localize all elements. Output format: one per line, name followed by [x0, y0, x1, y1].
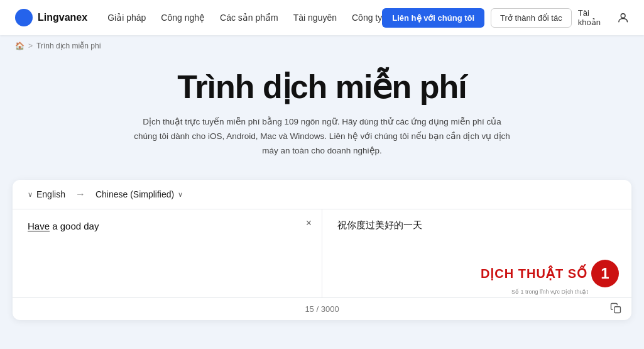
account-menu[interactable]: Tài khoản: [578, 8, 629, 27]
hero-subtitle: Dịch thuật trực tuyến miễn phí bằng 109 …: [134, 115, 511, 158]
breadcrumb-current: Trình dịch miễn phí: [36, 42, 101, 50]
nav-link-resources[interactable]: Tài nguyên: [293, 13, 337, 23]
char-count: 15 / 3000: [305, 304, 339, 314]
source-lang-label: English: [36, 189, 65, 199]
target-lang-selector[interactable]: Chinese (Simplified) ∨: [96, 189, 183, 199]
hero-section: Trình dịch miễn phí Dịch thuật trực tuyế…: [0, 57, 644, 170]
chevron-down-icon: ∨: [28, 191, 33, 199]
account-icon: [617, 11, 629, 24]
source-pane: Have a good day ×: [13, 209, 322, 297]
copy-icon: [610, 302, 621, 314]
translator-header: ∨ English → Chinese (Simplified) ∨: [13, 180, 631, 209]
svg-rect-1: [614, 307, 621, 313]
logo-text: Lingvanex: [38, 12, 87, 23]
source-text[interactable]: Have a good day: [28, 219, 307, 234]
navbar: Lingvanex Giải pháp Công nghệ Các sản ph…: [0, 0, 644, 35]
logo-circle: [15, 9, 33, 26]
partner-button[interactable]: Trở thành đối tác: [491, 8, 572, 28]
nav-link-products[interactable]: Các sản phẩm: [220, 13, 278, 23]
chevron-down-icon-right: ∨: [178, 191, 183, 199]
contact-button[interactable]: Liên hệ với chúng tôi: [382, 8, 484, 28]
watermark-text: DỊCH THUẬT SỐ: [481, 267, 587, 280]
watermark-circle: 1: [591, 260, 619, 287]
arrow-icon: →: [75, 189, 85, 200]
nav-link-company[interactable]: Công ty: [352, 13, 382, 23]
translated-text: 祝你度过美好的一天: [337, 219, 616, 231]
target-lang-label: Chinese (Simplified): [96, 189, 174, 199]
underlined-word: Have: [28, 221, 50, 231]
copy-button[interactable]: [610, 302, 621, 316]
breadcrumb-separator: >: [28, 42, 33, 50]
account-label: Tài khoản: [578, 8, 613, 27]
breadcrumb: 🏠 > Trình dịch miễn phí: [0, 35, 644, 57]
translator-box: ∨ English → Chinese (Simplified) ∨ Have …: [13, 180, 631, 320]
nav-link-solutions[interactable]: Giải pháp: [107, 13, 146, 23]
svg-point-0: [621, 14, 625, 18]
breadcrumb-home[interactable]: 🏠: [15, 42, 25, 50]
watermark: DỊCH THUẬT SỐ 1 Số 1 trong lĩnh vực Dịch…: [481, 260, 619, 295]
watermark-sub: Số 1 trong lĩnh vực Dịch thuật: [511, 289, 588, 295]
translator-footer: 15 / 3000: [13, 297, 631, 320]
page-title: Trình dịch miễn phí: [15, 69, 629, 105]
nav-link-technology[interactable]: Công nghệ: [161, 13, 205, 23]
logo[interactable]: Lingvanex: [15, 9, 87, 26]
nav-actions: Liên hệ với chúng tôi Trở thành đối tác …: [382, 8, 629, 28]
watermark-row: DỊCH THUẬT SỐ 1: [481, 260, 619, 287]
clear-button[interactable]: ×: [306, 218, 312, 228]
source-lang-selector[interactable]: ∨ English: [28, 189, 65, 199]
source-text-rest: a good day: [52, 221, 99, 231]
nav-links: Giải pháp Công nghệ Các sản phẩm Tài ngu…: [107, 13, 382, 23]
